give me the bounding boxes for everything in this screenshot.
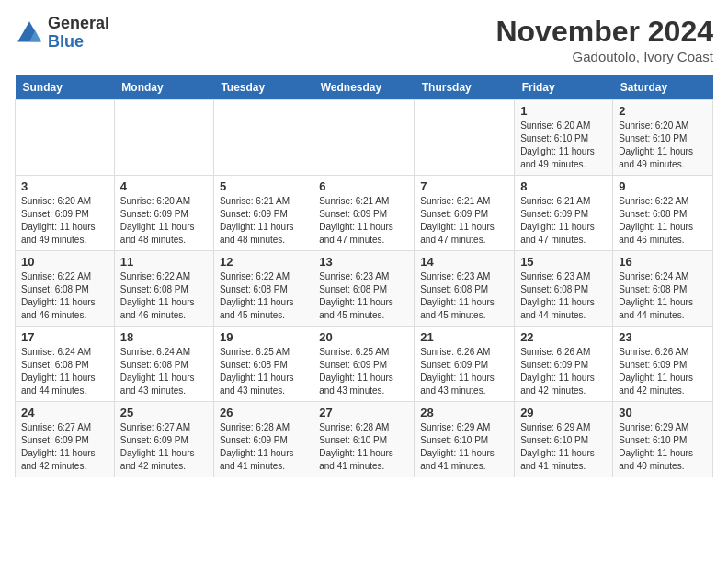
day-info: Sunrise: 6:25 AM Sunset: 6:09 PM Dayligh… xyxy=(319,346,408,397)
day-number: 14 xyxy=(420,255,508,269)
day-number: 25 xyxy=(120,406,208,419)
calendar-cell: 4Sunrise: 6:20 AM Sunset: 6:09 PM Daylig… xyxy=(114,176,213,251)
day-info: Sunrise: 6:27 AM Sunset: 6:09 PM Dayligh… xyxy=(21,421,108,473)
calendar-cell: 18Sunrise: 6:24 AM Sunset: 6:08 PM Dayli… xyxy=(114,327,213,402)
logo-icon xyxy=(15,18,44,48)
day-number: 4 xyxy=(120,179,208,193)
calendar-cell: 28Sunrise: 6:29 AM Sunset: 6:10 PM Dayli… xyxy=(415,402,515,477)
logo: General Blue xyxy=(15,15,109,52)
day-number: 15 xyxy=(520,255,607,269)
day-info: Sunrise: 6:20 AM Sunset: 6:10 PM Dayligh… xyxy=(520,120,607,171)
calendar-table: SundayMondayTuesdayWednesdayThursdayFrid… xyxy=(15,75,713,477)
calendar-cell: 5Sunrise: 6:21 AM Sunset: 6:09 PM Daylig… xyxy=(213,176,313,251)
logo-text: General Blue xyxy=(48,15,109,52)
calendar-cell: 11Sunrise: 6:22 AM Sunset: 6:08 PM Dayli… xyxy=(114,251,213,327)
day-info: Sunrise: 6:24 AM Sunset: 6:08 PM Dayligh… xyxy=(619,270,707,322)
calendar-cell: 16Sunrise: 6:24 AM Sunset: 6:08 PM Dayli… xyxy=(613,251,713,327)
location: Gadoutolo, Ivory Coast xyxy=(495,49,713,64)
weekday-header-friday: Friday xyxy=(515,75,613,100)
day-number: 22 xyxy=(520,330,607,344)
day-number: 20 xyxy=(319,330,408,344)
day-number: 3 xyxy=(21,179,108,193)
calendar-week-row: 24Sunrise: 6:27 AM Sunset: 6:09 PM Dayli… xyxy=(16,402,713,477)
day-number: 1 xyxy=(520,104,607,118)
day-info: Sunrise: 6:26 AM Sunset: 6:09 PM Dayligh… xyxy=(520,346,607,397)
calendar-cell xyxy=(16,100,115,176)
day-info: Sunrise: 6:21 AM Sunset: 6:09 PM Dayligh… xyxy=(520,195,607,247)
calendar-cell xyxy=(114,100,213,176)
weekday-header-row: SundayMondayTuesdayWednesdayThursdayFrid… xyxy=(16,75,713,100)
day-info: Sunrise: 6:21 AM Sunset: 6:09 PM Dayligh… xyxy=(220,195,307,247)
day-info: Sunrise: 6:26 AM Sunset: 6:09 PM Dayligh… xyxy=(420,346,508,397)
day-info: Sunrise: 6:22 AM Sunset: 6:08 PM Dayligh… xyxy=(21,270,108,322)
calendar-cell: 20Sunrise: 6:25 AM Sunset: 6:09 PM Dayli… xyxy=(313,327,415,402)
day-number: 28 xyxy=(420,406,508,419)
day-info: Sunrise: 6:26 AM Sunset: 6:09 PM Dayligh… xyxy=(619,346,707,397)
day-info: Sunrise: 6:24 AM Sunset: 6:08 PM Dayligh… xyxy=(120,346,208,397)
page-header: General Blue November 2024 Gadoutolo, Iv… xyxy=(15,15,713,64)
day-info: Sunrise: 6:20 AM Sunset: 6:09 PM Dayligh… xyxy=(120,195,208,247)
calendar-cell: 3Sunrise: 6:20 AM Sunset: 6:09 PM Daylig… xyxy=(16,176,115,251)
day-number: 19 xyxy=(220,330,307,344)
calendar-cell: 23Sunrise: 6:26 AM Sunset: 6:09 PM Dayli… xyxy=(613,327,713,402)
title-block: November 2024 Gadoutolo, Ivory Coast xyxy=(495,15,713,64)
logo-general-text: General xyxy=(48,15,109,33)
weekday-header-saturday: Saturday xyxy=(613,75,713,100)
day-info: Sunrise: 6:28 AM Sunset: 6:09 PM Dayligh… xyxy=(220,421,307,473)
day-number: 29 xyxy=(520,406,607,419)
day-info: Sunrise: 6:28 AM Sunset: 6:10 PM Dayligh… xyxy=(319,421,408,473)
month-year: November 2024 xyxy=(495,15,713,49)
day-number: 18 xyxy=(120,330,208,344)
weekday-header-wednesday: Wednesday xyxy=(313,75,415,100)
calendar-cell: 6Sunrise: 6:21 AM Sunset: 6:09 PM Daylig… xyxy=(313,176,415,251)
day-number: 2 xyxy=(619,104,707,118)
day-info: Sunrise: 6:22 AM Sunset: 6:08 PM Dayligh… xyxy=(120,270,208,322)
day-number: 11 xyxy=(120,255,208,269)
calendar-cell: 30Sunrise: 6:29 AM Sunset: 6:10 PM Dayli… xyxy=(613,402,713,477)
calendar-cell xyxy=(213,100,313,176)
day-number: 9 xyxy=(619,179,707,193)
weekday-header-monday: Monday xyxy=(114,75,213,100)
day-info: Sunrise: 6:27 AM Sunset: 6:09 PM Dayligh… xyxy=(120,421,208,473)
calendar-cell: 24Sunrise: 6:27 AM Sunset: 6:09 PM Dayli… xyxy=(16,402,115,477)
calendar-cell: 12Sunrise: 6:22 AM Sunset: 6:08 PM Dayli… xyxy=(213,251,313,327)
calendar-cell: 8Sunrise: 6:21 AM Sunset: 6:09 PM Daylig… xyxy=(515,176,613,251)
day-number: 16 xyxy=(619,255,707,269)
calendar-cell: 27Sunrise: 6:28 AM Sunset: 6:10 PM Dayli… xyxy=(313,402,415,477)
logo-blue-text: Blue xyxy=(48,33,109,52)
day-number: 26 xyxy=(220,406,307,419)
calendar-week-row: 10Sunrise: 6:22 AM Sunset: 6:08 PM Dayli… xyxy=(16,251,713,327)
day-info: Sunrise: 6:24 AM Sunset: 6:08 PM Dayligh… xyxy=(21,346,108,397)
calendar-week-row: 3Sunrise: 6:20 AM Sunset: 6:09 PM Daylig… xyxy=(16,176,713,251)
calendar-cell xyxy=(313,100,415,176)
day-number: 27 xyxy=(319,406,408,419)
calendar-cell: 2Sunrise: 6:20 AM Sunset: 6:10 PM Daylig… xyxy=(613,100,713,176)
day-info: Sunrise: 6:21 AM Sunset: 6:09 PM Dayligh… xyxy=(319,195,408,247)
calendar-cell: 29Sunrise: 6:29 AM Sunset: 6:10 PM Dayli… xyxy=(515,402,613,477)
calendar-cell: 19Sunrise: 6:25 AM Sunset: 6:08 PM Dayli… xyxy=(213,327,313,402)
day-number: 10 xyxy=(21,255,108,269)
day-number: 13 xyxy=(319,255,408,269)
day-number: 6 xyxy=(319,179,408,193)
day-number: 24 xyxy=(21,406,108,419)
day-number: 8 xyxy=(520,179,607,193)
calendar-cell: 13Sunrise: 6:23 AM Sunset: 6:08 PM Dayli… xyxy=(313,251,415,327)
calendar-cell: 17Sunrise: 6:24 AM Sunset: 6:08 PM Dayli… xyxy=(16,327,115,402)
day-number: 12 xyxy=(220,255,307,269)
day-info: Sunrise: 6:23 AM Sunset: 6:08 PM Dayligh… xyxy=(319,270,408,322)
calendar-cell: 9Sunrise: 6:22 AM Sunset: 6:08 PM Daylig… xyxy=(613,176,713,251)
day-info: Sunrise: 6:23 AM Sunset: 6:08 PM Dayligh… xyxy=(520,270,607,322)
calendar-week-row: 17Sunrise: 6:24 AM Sunset: 6:08 PM Dayli… xyxy=(16,327,713,402)
day-info: Sunrise: 6:25 AM Sunset: 6:08 PM Dayligh… xyxy=(220,346,307,397)
day-info: Sunrise: 6:29 AM Sunset: 6:10 PM Dayligh… xyxy=(420,421,508,473)
calendar-cell: 7Sunrise: 6:21 AM Sunset: 6:09 PM Daylig… xyxy=(415,176,515,251)
calendar-cell: 25Sunrise: 6:27 AM Sunset: 6:09 PM Dayli… xyxy=(114,402,213,477)
day-number: 23 xyxy=(619,330,707,344)
calendar-cell: 26Sunrise: 6:28 AM Sunset: 6:09 PM Dayli… xyxy=(213,402,313,477)
day-info: Sunrise: 6:29 AM Sunset: 6:10 PM Dayligh… xyxy=(520,421,607,473)
calendar-week-row: 1Sunrise: 6:20 AM Sunset: 6:10 PM Daylig… xyxy=(16,100,713,176)
weekday-header-sunday: Sunday xyxy=(16,75,115,100)
calendar-cell: 1Sunrise: 6:20 AM Sunset: 6:10 PM Daylig… xyxy=(515,100,613,176)
day-number: 5 xyxy=(220,179,307,193)
calendar-cell: 15Sunrise: 6:23 AM Sunset: 6:08 PM Dayli… xyxy=(515,251,613,327)
